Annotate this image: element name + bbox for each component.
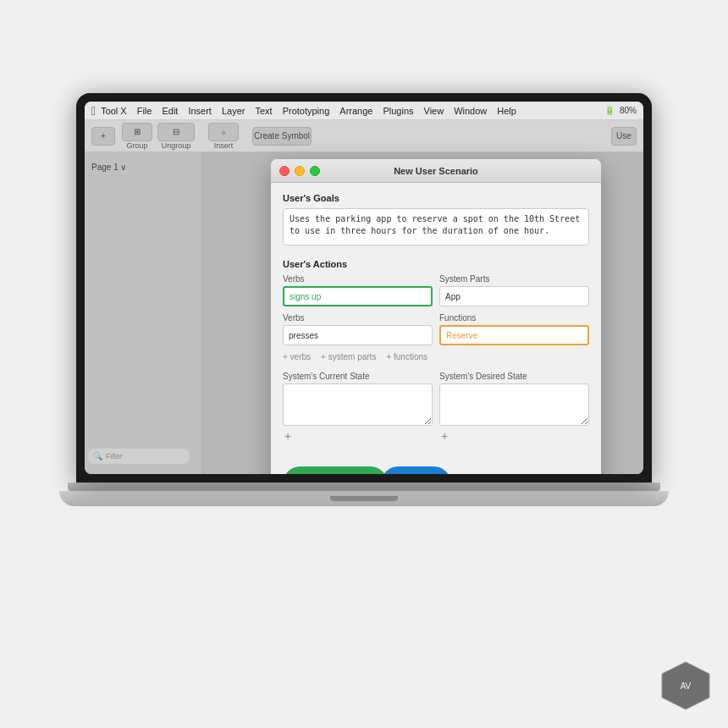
toolbar: + ⊞ Group ⊟ Ungroup ⬦ Insert — [85, 120, 643, 152]
current-state-input[interactable] — [283, 383, 433, 426]
add-system-parts-link[interactable]: + system parts — [321, 352, 376, 361]
battery-percent: 80% — [620, 106, 637, 115]
add-links: + verbs + system parts + functions — [283, 352, 589, 361]
flow-pill-signsup[interactable]: Signs up — [283, 466, 388, 474]
toolbar-group-btn[interactable]: ⊞ — [122, 123, 152, 141]
menu-help[interactable]: Help — [497, 106, 516, 116]
laptop-notch — [330, 496, 398, 501]
toolbar-add-btn[interactable]: + — [91, 127, 115, 146]
main-area: Page 1 ∨ 🔍 Filter — [85, 152, 643, 474]
toolbar-ungroup-label: Ungroup — [162, 141, 191, 150]
system-col-label-1: System Parts — [439, 274, 589, 284]
menu-edit[interactable]: Edit — [162, 106, 178, 116]
toolbar-insert-btn[interactable]: ⬦ — [208, 123, 239, 141]
menu-view[interactable]: View — [424, 106, 444, 116]
goals-textarea[interactable] — [283, 208, 589, 245]
toolbar-group-label: Group — [126, 141, 147, 150]
laptop:  Tool X File Edit Insert Layer Text Pro… — [59, 93, 669, 635]
verb-col-2: Verbs — [283, 313, 433, 345]
screen:  Tool X File Edit Insert Layer Text Pro… — [85, 102, 643, 474]
toolbar-insert-label: Insert — [214, 141, 234, 150]
menu-toolx[interactable]: Tool X — [101, 106, 127, 116]
actions-label: User's Actions — [283, 259, 589, 269]
current-state-add[interactable]: + — [283, 429, 433, 443]
function-input-2[interactable] — [439, 325, 589, 345]
sidebar-page-label[interactable]: Page 1 ∨ — [85, 159, 202, 176]
maximize-button[interactable] — [310, 166, 320, 176]
toolbar-left-group: + — [91, 127, 115, 146]
traffic-lights — [279, 166, 320, 176]
verb-input-1[interactable] — [283, 286, 433, 306]
current-state-label: System's Current State — [283, 372, 433, 381]
verb-col-label-1: Verbs — [283, 274, 433, 284]
desired-state-input[interactable] — [439, 383, 589, 426]
flow-pill-app[interactable]: App — [381, 466, 451, 474]
actions-grid: Verbs System Parts Verb — [283, 274, 589, 345]
menu-insert[interactable]: Insert — [188, 106, 212, 116]
menu-prototyping[interactable]: Prototyping — [283, 106, 330, 116]
function-col-label-2: Functions — [439, 313, 589, 323]
function-col-2: Functions — [439, 313, 589, 345]
toolbar-group-btns: ⊞ Group ⊟ Ungroup — [122, 123, 195, 150]
add-functions-link[interactable]: + functions — [386, 352, 427, 361]
menu-layer[interactable]: Layer — [222, 106, 245, 116]
toolbar-symbol-btn[interactable]: Create Symbol — [252, 127, 312, 146]
filter-placeholder: Filter — [106, 452, 123, 461]
toolbar-ungroup-btn[interactable]: ⊟ — [157, 123, 195, 141]
menubar:  Tool X File Edit Insert Layer Text Pro… — [85, 102, 643, 120]
dialog-box: New User Scenario User's Goals User's Ac… — [271, 159, 601, 474]
dialog-title: New User Scenario — [394, 166, 478, 176]
dialog-titlebar: New User Scenario — [271, 159, 601, 183]
menu-right: 🔋 80% — [604, 106, 637, 115]
content-area: New User Scenario User's Goals User's Ac… — [203, 152, 643, 474]
menu-file[interactable]: File — [137, 106, 152, 116]
search-icon: 🔍 — [93, 452, 102, 461]
screen-bezel:  Tool X File Edit Insert Layer Text Pro… — [76, 93, 652, 483]
designers-badge: AV — [660, 660, 711, 711]
goals-label: User's Goals — [283, 193, 589, 203]
add-verbs-link[interactable]: + verbs — [283, 352, 311, 361]
menu-text[interactable]: Text — [255, 106, 272, 116]
laptop-base — [59, 491, 669, 506]
system-input-1[interactable] — [439, 286, 589, 306]
battery-icon: 🔋 — [604, 106, 615, 115]
apple-menu[interactable]:  — [91, 104, 96, 118]
laptop-hinge — [68, 483, 660, 491]
current-state-col: System's Current State + — [283, 372, 433, 443]
desired-state-label: System's Desired State — [439, 372, 589, 381]
menu-plugins[interactable]: Plugins — [383, 106, 413, 116]
svg-text:AV: AV — [681, 681, 692, 691]
sidebar-relative: Page 1 ∨ 🔍 Filter — [85, 159, 202, 467]
verb-col-1: Verbs — [283, 274, 433, 306]
dialog-overlay: New User Scenario User's Goals User's Ac… — [229, 152, 643, 474]
state-grid: System's Current State + System's Desire… — [283, 372, 589, 443]
flow-diagram: Signs up App Presses Reserve — [271, 460, 601, 474]
menu-window[interactable]: Window — [454, 106, 487, 116]
menu-items: Tool X File Edit Insert Layer Text Proto… — [101, 106, 516, 116]
minimize-button[interactable] — [295, 166, 305, 176]
verb-col-label-2: Verbs — [283, 313, 433, 323]
dialog-body: User's Goals User's Actions Verbs — [271, 183, 601, 460]
toolbar-use-btn[interactable]: Use — [611, 127, 637, 146]
sidebar: Page 1 ∨ 🔍 Filter — [85, 152, 203, 474]
system-col-1: System Parts — [439, 274, 589, 306]
desired-state-add[interactable]: + — [439, 429, 589, 443]
sidebar-filter[interactable]: 🔍 Filter — [88, 449, 190, 464]
verb-input-2[interactable] — [283, 325, 433, 345]
close-button[interactable] — [279, 166, 290, 176]
menu-arrange[interactable]: Arrange — [339, 106, 372, 116]
desired-state-col: System's Desired State + — [439, 372, 589, 443]
